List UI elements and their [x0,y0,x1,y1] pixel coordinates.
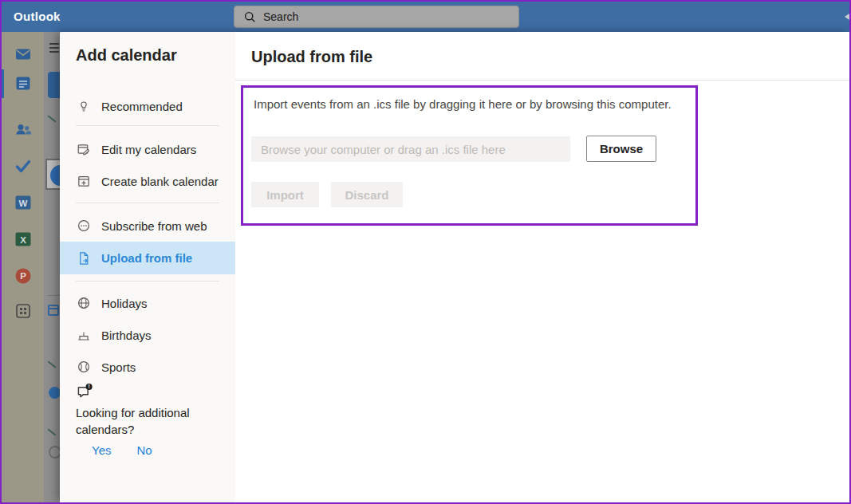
sidebar-item-recommended[interactable]: Recommended [60,91,235,121]
sidebar-item-label: Edit my calendars [101,143,196,156]
add-calendar-dialog: Add calendar Recommended Edit my calenda… [60,32,849,502]
feedback-yes-link[interactable]: Yes [92,443,111,457]
word-icon: W [14,193,33,212]
outlook-window: Outlook Search [0,0,851,504]
feedback-prompt: ! Looking for additional calendars? Yes … [76,383,203,457]
sidebar-item-sports[interactable]: Sports [60,352,235,382]
dimmed-hamburger-fragment [49,43,59,45]
panel-title-divider [235,80,849,81]
globe-icon [77,296,91,310]
sidebar-item-label: Subscribe from web [101,219,207,233]
sidebar-item-birthdays[interactable]: Birthdays [60,320,235,350]
powerpoint-icon: P [14,266,33,285]
sidebar-item-label: Holidays [101,297,148,310]
browse-button[interactable]: Browse [586,136,656,162]
dimmed-background-strip [44,32,60,502]
svg-text:X: X [20,235,26,245]
calendar-icon [14,73,33,93]
rail-powerpoint-button[interactable]: P [2,266,44,285]
add-calendar-sidebar: Add calendar Recommended Edit my calenda… [60,32,235,502]
import-button-disabled[interactable]: Import [251,182,319,207]
feedback-bubble-icon: ! [76,383,93,399]
ball-icon [77,360,91,374]
file-path-input[interactable] [251,136,570,162]
calendar-edit-icon [77,142,91,156]
rail-apps-button[interactable] [2,301,44,321]
sidebar-item-label: Recommended [101,100,183,113]
dialog-title: Add calendar [76,46,177,65]
sidebar-item-label: Upload from file [101,251,192,265]
import-dropzone-highlighted[interactable]: Import events from an .ics file by dragg… [241,85,698,226]
sidebar-divider [76,203,219,203]
import-instruction-text: Import events from an .ics file by dragg… [254,97,672,111]
panel-title: Upload from file [251,48,372,66]
upload-from-file-panel: Upload from file Import events from an .… [235,32,849,502]
dimmed-calendar-color-dot [49,387,60,399]
discard-button-disabled[interactable]: Discard [331,182,403,207]
dimmed-chevron-icon [48,361,57,368]
rail-excel-button[interactable]: X [2,230,44,249]
app-title: Outlook [14,10,61,23]
app-rail: W X P [2,32,44,502]
edge-cut-glyph-icon [845,12,851,22]
top-app-bar: Outlook Search [2,2,849,32]
dimmed-divider [47,295,60,296]
sidebar-item-subscribe-from-web[interactable]: Subscribe from web [60,211,235,241]
sidebar-item-edit-my-calendars[interactable]: Edit my calendars [60,134,235,164]
sidebar-divider [76,281,219,282]
people-icon [14,120,33,139]
svg-text:P: P [20,271,26,281]
feedback-no-link[interactable]: No [136,443,152,457]
checkmark-icon [14,156,33,175]
dimmed-new-event-button-fragment [48,72,60,98]
rail-calendar-button[interactable] [2,73,44,93]
search-input[interactable]: Search [234,6,519,28]
search-icon [244,11,256,23]
dimmed-date-cell-fragment [45,159,60,190]
feedback-question: Looking for additional calendars? [76,404,203,438]
search-placeholder: Search [263,10,298,23]
sidebar-item-create-blank-calendar[interactable]: Create blank calendar [60,166,235,196]
dimmed-chevron-icon [48,429,57,436]
dimmed-calendar-color-circle [49,446,60,459]
cake-icon [77,328,91,342]
svg-text:W: W [18,199,27,208]
rail-word-button[interactable]: W [2,193,44,212]
rail-people-button[interactable] [2,120,44,139]
mail-icon [14,45,33,64]
circle-ellipsis-icon [77,219,91,233]
sidebar-divider [76,125,219,126]
dimmed-chevron-icon [48,116,57,123]
sidebar-item-label: Birthdays [101,329,152,342]
rail-mail-button[interactable] [2,45,44,64]
dimmed-calendar-icon [48,305,59,316]
sidebar-item-upload-from-file[interactable]: Upload from file [60,242,235,274]
app-grid-icon [14,301,33,321]
badge-text: ! [89,384,90,389]
calendar-add-icon [77,174,91,188]
sidebar-item-label: Create blank calendar [101,175,219,188]
sidebar-item-label: Sports [101,360,136,374]
excel-icon: X [14,230,33,249]
sidebar-item-holidays[interactable]: Holidays [60,288,235,318]
file-upload-icon [77,251,91,266]
rail-todo-button[interactable] [2,156,44,175]
lightbulb-icon [77,99,91,113]
